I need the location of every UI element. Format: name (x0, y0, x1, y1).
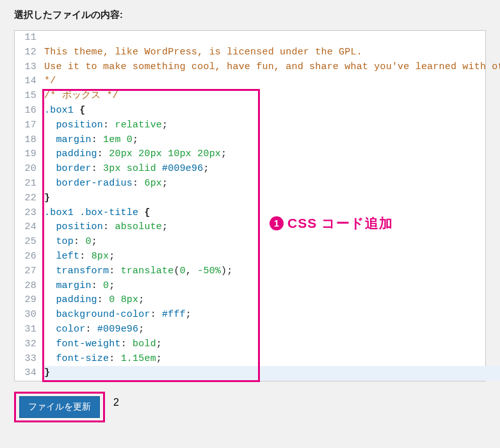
line-number: 20 (15, 162, 36, 177)
code-line[interactable]: */ (44, 74, 500, 89)
code-line[interactable]: margin: 0; (44, 279, 500, 294)
code-line[interactable]: margin: 1em 0; (44, 133, 500, 148)
code-line[interactable]: /* ボックス */ (44, 89, 500, 104)
line-number: 28 (15, 279, 36, 294)
line-number: 24 (15, 220, 36, 235)
line-number: 25 (15, 235, 36, 250)
code-line[interactable]: color: #009e96; (44, 323, 500, 337)
line-number: 12 (15, 45, 36, 60)
code-line[interactable]: position: relative; (44, 118, 500, 133)
line-number: 18 (15, 133, 36, 148)
code-line[interactable]: left: 8px; (44, 250, 500, 264)
line-number: 29 (15, 293, 36, 308)
section-heading: 選択したファイルの内容: (14, 9, 486, 21)
line-number: 30 (15, 308, 36, 323)
line-number: 11 (15, 31, 36, 45)
line-number: 32 (15, 337, 36, 352)
line-number: 33 (15, 352, 36, 367)
code-line[interactable]: .box1 { (44, 104, 500, 118)
annotation-callout-2: 2 (113, 397, 119, 408)
code-line[interactable]: .box1 .box-title { (44, 206, 500, 221)
line-number: 26 (15, 250, 36, 264)
code-line[interactable]: background-color: #fff; (44, 308, 500, 323)
code-editor[interactable]: 1112131415161718192021222324252627282930… (14, 30, 486, 381)
line-gutter: 1112131415161718192021222324252627282930… (15, 31, 40, 381)
line-number: 19 (15, 147, 36, 162)
line-number: 23 (15, 206, 36, 221)
code-line[interactable] (44, 31, 500, 45)
code-line[interactable]: } (44, 191, 500, 206)
code-line[interactable]: Use it to make something cool, have fun,… (44, 60, 500, 75)
code-line[interactable]: top: 0; (44, 235, 500, 250)
line-number: 27 (15, 264, 36, 279)
update-file-button[interactable]: ファイルを更新 (19, 396, 100, 418)
code-line[interactable]: This theme, like WordPress, is licensed … (44, 45, 500, 60)
code-line[interactable]: font-size: 1.15em; (44, 352, 500, 367)
code-line[interactable]: transform: translate(0, -50%); (44, 264, 500, 279)
circled-number-2-icon: 2 (113, 397, 119, 408)
code-area[interactable]: This theme, like WordPress, is licensed … (40, 31, 500, 381)
code-line[interactable]: padding: 0 8px; (44, 293, 500, 308)
line-number: 34 (15, 366, 36, 381)
line-number: 13 (15, 60, 36, 75)
line-number: 15 (15, 89, 36, 104)
line-number: 17 (15, 118, 36, 133)
line-number: 14 (15, 74, 36, 89)
code-line[interactable]: padding: 20px 20px 10px 20px; (44, 147, 500, 162)
line-number: 31 (15, 323, 36, 337)
line-number: 16 (15, 104, 36, 118)
annotation-box-button: ファイルを更新 (14, 392, 105, 422)
code-line[interactable]: position: absolute; (44, 220, 500, 235)
code-line[interactable]: font-weight: bold; (44, 337, 500, 352)
line-number: 22 (15, 191, 36, 206)
line-number: 21 (15, 177, 36, 191)
code-line[interactable]: border: 3px solid #009e96; (44, 162, 500, 177)
code-line[interactable]: border-radius: 6px; (44, 177, 500, 191)
code-line[interactable]: } (44, 366, 500, 381)
